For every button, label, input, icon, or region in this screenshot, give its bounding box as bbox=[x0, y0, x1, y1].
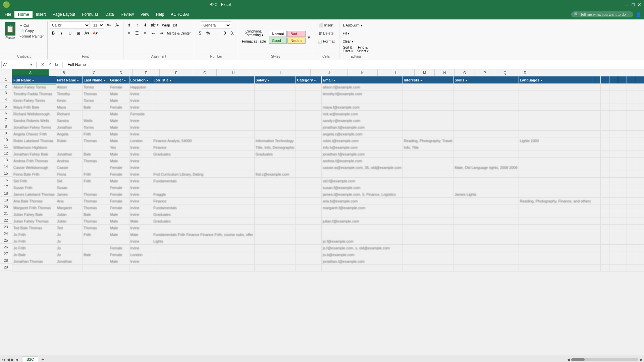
cell-r29c11[interactable] bbox=[519, 265, 592, 272]
cell-r4c13[interactable] bbox=[601, 97, 609, 104]
cell-r5c8[interactable]: maya.f@example.com bbox=[322, 104, 402, 111]
row-num-8[interactable]: 8 bbox=[0, 123, 12, 130]
cell-r26c15[interactable] bbox=[618, 245, 627, 251]
cell-r16c0[interactable]: Sid Frith bbox=[12, 178, 56, 184]
cell-r24c12[interactable] bbox=[592, 231, 601, 238]
cell-r27c11[interactable] bbox=[519, 251, 592, 258]
cell-r21c14[interactable] bbox=[609, 211, 618, 218]
cell-r4c16[interactable] bbox=[627, 97, 635, 104]
cell-r11c13[interactable] bbox=[601, 144, 609, 151]
header-cell-6[interactable]: Salary▼ bbox=[254, 76, 296, 84]
cell-r7c11[interactable] bbox=[519, 117, 592, 124]
cell-r3c1[interactable]: Timothy bbox=[56, 90, 83, 97]
row-num-14[interactable]: 14 bbox=[0, 163, 12, 170]
cell-r21c2[interactable]: Bale bbox=[83, 211, 109, 218]
row-num-25[interactable]: 25 bbox=[0, 237, 12, 244]
cell-r11c0[interactable]: Williamson Highborn bbox=[12, 144, 56, 151]
cell-r17c10[interactable] bbox=[453, 184, 519, 191]
cell-r21c0[interactable]: Julian Fahey Bale bbox=[12, 211, 56, 218]
cell-r6c7[interactable] bbox=[296, 111, 322, 117]
cell-r27c15[interactable] bbox=[618, 251, 627, 258]
cell-r13c9[interactable] bbox=[402, 158, 453, 164]
cell-r14c1[interactable]: Cassie bbox=[56, 164, 83, 171]
cell-r2c15[interactable] bbox=[618, 84, 627, 90]
cell-r3c4[interactable]: Irvine bbox=[129, 90, 152, 97]
cell-r14c14[interactable] bbox=[609, 164, 618, 171]
cell-r2c7[interactable] bbox=[296, 84, 322, 90]
cell-r10c17[interactable] bbox=[635, 137, 644, 144]
header-cell-12[interactable] bbox=[592, 76, 601, 84]
cell-r8c8[interactable]: jonathan.f@example.com bbox=[322, 124, 402, 131]
cell-r2c5[interactable] bbox=[152, 84, 255, 90]
cell-r27c17[interactable] bbox=[635, 251, 644, 258]
cell-r20c17[interactable] bbox=[635, 204, 644, 211]
cell-r26c9[interactable] bbox=[402, 245, 453, 251]
cell-r10c13[interactable] bbox=[601, 137, 609, 144]
cell-r25c0[interactable]: Jo Frith bbox=[12, 238, 56, 245]
cell-r13c3[interactable]: Male bbox=[109, 158, 129, 164]
cell-r22c7[interactable] bbox=[296, 218, 322, 225]
minimize-btn[interactable]: — bbox=[625, 2, 629, 7]
close-btn[interactable]: ✕ bbox=[637, 2, 641, 7]
cell-r9c13[interactable] bbox=[601, 131, 609, 137]
cell-r28c0[interactable]: Jonathan Thomas bbox=[12, 258, 56, 265]
cell-r15c15[interactable] bbox=[618, 171, 627, 178]
cell-r26c13[interactable] bbox=[601, 245, 609, 251]
cell-r15c9[interactable] bbox=[402, 171, 453, 178]
cell-r19c14[interactable] bbox=[609, 198, 618, 204]
header-cell-9[interactable]: Interests▼ bbox=[402, 76, 453, 84]
header-cell-17[interactable] bbox=[635, 76, 644, 84]
cell-r8c15[interactable] bbox=[618, 124, 627, 131]
cell-r17c6[interactable] bbox=[254, 184, 296, 191]
styles-scroll-arrow[interactable]: ▾ bbox=[307, 34, 311, 41]
cell-r25c13[interactable] bbox=[601, 238, 609, 245]
cell-r22c5[interactable]: Graduates bbox=[152, 218, 255, 225]
cell-r28c12[interactable] bbox=[592, 258, 601, 265]
cell-r11c17[interactable] bbox=[635, 144, 644, 151]
col-header-a[interactable]: A bbox=[12, 69, 49, 76]
cell-r20c6[interactable] bbox=[254, 204, 296, 211]
cell-r4c7[interactable] bbox=[296, 97, 322, 104]
cell-r4c8[interactable] bbox=[322, 97, 402, 104]
cell-r10c7[interactable] bbox=[296, 137, 322, 144]
paste-button[interactable]: 📋 Paste bbox=[3, 21, 17, 40]
cell-r2c14[interactable] bbox=[609, 84, 618, 90]
cell-r14c6[interactable] bbox=[254, 164, 296, 171]
align-right-btn[interactable]: ≡ bbox=[142, 29, 149, 37]
cell-r29c10[interactable] bbox=[453, 265, 519, 272]
cell-r16c12[interactable] bbox=[592, 178, 601, 184]
cell-r18c17[interactable] bbox=[635, 191, 644, 198]
cell-r3c16[interactable] bbox=[627, 90, 635, 97]
cell-r9c14[interactable] bbox=[609, 131, 618, 137]
cell-r10c15[interactable] bbox=[618, 137, 627, 144]
cell-r15c1[interactable]: Fiona bbox=[56, 171, 83, 178]
sheet-nav-first[interactable]: ⏮ bbox=[1, 357, 5, 362]
font-color-button[interactable]: A▾ bbox=[92, 29, 99, 37]
cell-r24c2[interactable]: Frith bbox=[83, 231, 109, 238]
cell-r25c10[interactable] bbox=[453, 238, 519, 245]
cell-r12c11[interactable] bbox=[519, 151, 592, 158]
cell-r20c4[interactable]: Irvine bbox=[129, 204, 152, 211]
cell-r27c12[interactable] bbox=[592, 251, 601, 258]
cell-r9c2[interactable]: Frith bbox=[83, 131, 109, 137]
cell-r23c9[interactable] bbox=[402, 225, 453, 231]
cell-r21c7[interactable] bbox=[296, 211, 322, 218]
row-num-5[interactable]: 5 bbox=[0, 103, 12, 110]
cell-r24c3[interactable]: Male bbox=[109, 231, 129, 238]
row-num-10[interactable]: 10 bbox=[0, 136, 12, 143]
cell-r25c12[interactable] bbox=[592, 238, 601, 245]
cell-r25c1[interactable]: Jo bbox=[56, 238, 83, 245]
cell-r20c5[interactable]: Fundamentals bbox=[152, 204, 255, 211]
cell-r24c10[interactable] bbox=[453, 231, 519, 238]
cell-r8c0[interactable]: Jonathan Fahey Torres bbox=[12, 124, 56, 131]
cell-r3c14[interactable] bbox=[609, 90, 618, 97]
cell-r8c10[interactable] bbox=[453, 124, 519, 131]
row-num-18[interactable]: 18 bbox=[0, 190, 12, 197]
cell-r28c1[interactable]: Jonathan bbox=[56, 258, 83, 265]
cell-r24c11[interactable] bbox=[519, 231, 592, 238]
cell-r4c14[interactable] bbox=[609, 97, 618, 104]
header-cell-13[interactable] bbox=[601, 76, 609, 84]
cell-r17c14[interactable] bbox=[609, 184, 618, 191]
cell-r13c1[interactable]: Andrea bbox=[56, 158, 83, 164]
cell-r3c13[interactable] bbox=[601, 90, 609, 97]
